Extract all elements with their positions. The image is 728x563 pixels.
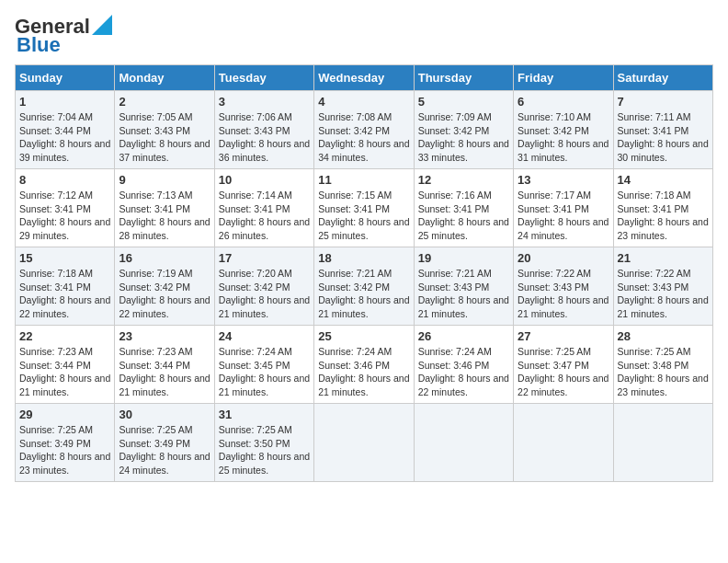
day-number: 3	[219, 95, 310, 109]
day-number: 25	[318, 329, 409, 343]
day-info: Sunrise: 7:21 AMSunset: 3:42 PMDaylight:…	[318, 268, 409, 319]
day-number: 7	[618, 95, 709, 109]
day-cell-7: 7 Sunrise: 7:11 AMSunset: 3:41 PMDayligh…	[613, 91, 712, 169]
day-number: 16	[119, 251, 210, 265]
empty-cell	[514, 404, 613, 482]
day-number: 17	[219, 251, 310, 265]
day-cell-1: 1 Sunrise: 7:04 AMSunset: 3:44 PMDayligh…	[16, 91, 115, 169]
day-cell-18: 18 Sunrise: 7:21 AMSunset: 3:42 PMDaylig…	[314, 247, 414, 326]
day-cell-9: 9 Sunrise: 7:13 AMSunset: 3:41 PMDayligh…	[115, 169, 214, 247]
day-header-tuesday: Tuesday	[214, 65, 313, 91]
day-number: 28	[618, 329, 709, 343]
day-cell-14: 14 Sunrise: 7:18 AMSunset: 3:41 PMDaylig…	[613, 169, 712, 247]
day-info: Sunrise: 7:17 AMSunset: 3:41 PMDaylight:…	[518, 190, 609, 241]
day-cell-15: 15 Sunrise: 7:18 AMSunset: 3:41 PMDaylig…	[16, 247, 115, 326]
day-cell-13: 13 Sunrise: 7:17 AMSunset: 3:41 PMDaylig…	[514, 169, 613, 247]
day-cell-23: 23 Sunrise: 7:23 AMSunset: 3:44 PMDaylig…	[115, 326, 214, 404]
day-info: Sunrise: 7:23 AMSunset: 3:44 PMDaylight:…	[19, 346, 110, 397]
day-info: Sunrise: 7:24 AMSunset: 3:46 PMDaylight:…	[418, 346, 509, 397]
day-cell-28: 28 Sunrise: 7:25 AMSunset: 3:48 PMDaylig…	[613, 326, 712, 404]
day-header-saturday: Saturday	[613, 65, 712, 91]
day-number: 18	[318, 251, 409, 265]
day-info: Sunrise: 7:21 AMSunset: 3:43 PMDaylight:…	[418, 268, 509, 319]
logo: General Blue	[15, 15, 112, 57]
day-number: 4	[318, 95, 409, 109]
day-info: Sunrise: 7:04 AMSunset: 3:44 PMDaylight:…	[19, 111, 110, 163]
day-number: 23	[119, 329, 210, 343]
day-number: 2	[119, 95, 210, 109]
day-cell-21: 21 Sunrise: 7:22 AMSunset: 3:43 PMDaylig…	[613, 247, 712, 326]
day-info: Sunrise: 7:22 AMSunset: 3:43 PMDaylight:…	[518, 268, 609, 319]
day-info: Sunrise: 7:23 AMSunset: 3:44 PMDaylight:…	[119, 346, 210, 397]
day-number: 19	[418, 251, 509, 265]
day-info: Sunrise: 7:18 AMSunset: 3:41 PMDaylight:…	[19, 268, 110, 319]
day-number: 27	[518, 329, 609, 343]
day-cell-10: 10 Sunrise: 7:14 AMSunset: 3:41 PMDaylig…	[214, 169, 313, 247]
calendar-table: SundayMondayTuesdayWednesdayThursdayFrid…	[15, 64, 713, 482]
day-cell-5: 5 Sunrise: 7:09 AMSunset: 3:42 PMDayligh…	[414, 91, 513, 169]
day-number: 22	[19, 329, 110, 343]
day-header-thursday: Thursday	[414, 65, 513, 91]
day-number: 9	[119, 173, 210, 187]
day-info: Sunrise: 7:16 AMSunset: 3:41 PMDaylight:…	[418, 190, 509, 241]
day-info: Sunrise: 7:24 AMSunset: 3:45 PMDaylight:…	[219, 346, 310, 397]
day-header-wednesday: Wednesday	[314, 65, 414, 91]
day-number: 21	[618, 251, 709, 265]
logo-icon	[92, 15, 112, 35]
day-info: Sunrise: 7:25 AMSunset: 3:49 PMDaylight:…	[19, 424, 110, 476]
day-info: Sunrise: 7:25 AMSunset: 3:47 PMDaylight:…	[518, 346, 609, 397]
day-info: Sunrise: 7:11 AMSunset: 3:41 PMDaylight:…	[618, 111, 709, 163]
day-info: Sunrise: 7:25 AMSunset: 3:49 PMDaylight:…	[119, 424, 210, 476]
day-header-sunday: Sunday	[16, 65, 115, 91]
day-info: Sunrise: 7:24 AMSunset: 3:46 PMDaylight:…	[318, 346, 409, 397]
day-number: 15	[19, 251, 110, 265]
day-info: Sunrise: 7:12 AMSunset: 3:41 PMDaylight:…	[19, 190, 110, 241]
day-number: 6	[518, 95, 609, 109]
day-info: Sunrise: 7:13 AMSunset: 3:41 PMDaylight:…	[119, 190, 210, 241]
svg-marker-0	[92, 15, 112, 35]
day-number: 29	[19, 408, 110, 421]
day-cell-16: 16 Sunrise: 7:19 AMSunset: 3:42 PMDaylig…	[115, 247, 214, 326]
page-header: General Blue	[15, 15, 713, 57]
day-number: 12	[418, 173, 509, 187]
day-info: Sunrise: 7:06 AMSunset: 3:43 PMDaylight:…	[219, 111, 310, 163]
day-cell-27: 27 Sunrise: 7:25 AMSunset: 3:47 PMDaylig…	[514, 326, 613, 404]
day-number: 5	[418, 95, 509, 109]
day-info: Sunrise: 7:08 AMSunset: 3:42 PMDaylight:…	[318, 111, 409, 163]
day-info: Sunrise: 7:10 AMSunset: 3:42 PMDaylight:…	[518, 111, 609, 163]
day-info: Sunrise: 7:15 AMSunset: 3:41 PMDaylight:…	[318, 190, 409, 241]
day-cell-2: 2 Sunrise: 7:05 AMSunset: 3:43 PMDayligh…	[115, 91, 214, 169]
day-cell-29: 29 Sunrise: 7:25 AMSunset: 3:49 PMDaylig…	[16, 404, 115, 482]
day-info: Sunrise: 7:25 AMSunset: 3:50 PMDaylight:…	[219, 424, 310, 476]
day-cell-8: 8 Sunrise: 7:12 AMSunset: 3:41 PMDayligh…	[16, 169, 115, 247]
day-cell-20: 20 Sunrise: 7:22 AMSunset: 3:43 PMDaylig…	[514, 247, 613, 326]
day-number: 1	[19, 95, 110, 109]
day-cell-19: 19 Sunrise: 7:21 AMSunset: 3:43 PMDaylig…	[414, 247, 513, 326]
day-info: Sunrise: 7:25 AMSunset: 3:48 PMDaylight:…	[618, 346, 709, 397]
day-info: Sunrise: 7:09 AMSunset: 3:42 PMDaylight:…	[418, 111, 509, 163]
day-number: 24	[219, 329, 310, 343]
day-number: 11	[318, 173, 409, 187]
day-number: 30	[119, 408, 210, 421]
day-info: Sunrise: 7:18 AMSunset: 3:41 PMDaylight:…	[618, 190, 709, 241]
day-cell-31: 31 Sunrise: 7:25 AMSunset: 3:50 PMDaylig…	[214, 404, 313, 482]
day-number: 31	[219, 408, 310, 421]
day-cell-22: 22 Sunrise: 7:23 AMSunset: 3:44 PMDaylig…	[16, 326, 115, 404]
day-header-monday: Monday	[115, 65, 214, 91]
day-cell-3: 3 Sunrise: 7:06 AMSunset: 3:43 PMDayligh…	[214, 91, 313, 169]
day-cell-17: 17 Sunrise: 7:20 AMSunset: 3:42 PMDaylig…	[214, 247, 313, 326]
day-info: Sunrise: 7:19 AMSunset: 3:42 PMDaylight:…	[119, 268, 210, 319]
day-cell-25: 25 Sunrise: 7:24 AMSunset: 3:46 PMDaylig…	[314, 326, 414, 404]
day-cell-11: 11 Sunrise: 7:15 AMSunset: 3:41 PMDaylig…	[314, 169, 414, 247]
day-info: Sunrise: 7:22 AMSunset: 3:43 PMDaylight:…	[618, 268, 709, 319]
empty-cell	[314, 404, 414, 482]
day-number: 26	[418, 329, 509, 343]
day-info: Sunrise: 7:14 AMSunset: 3:41 PMDaylight:…	[219, 190, 310, 241]
day-cell-26: 26 Sunrise: 7:24 AMSunset: 3:46 PMDaylig…	[414, 326, 513, 404]
day-number: 20	[518, 251, 609, 265]
day-number: 10	[219, 173, 310, 187]
day-cell-24: 24 Sunrise: 7:24 AMSunset: 3:45 PMDaylig…	[214, 326, 313, 404]
day-cell-30: 30 Sunrise: 7:25 AMSunset: 3:49 PMDaylig…	[115, 404, 214, 482]
day-number: 14	[618, 173, 709, 187]
day-cell-6: 6 Sunrise: 7:10 AMSunset: 3:42 PMDayligh…	[514, 91, 613, 169]
